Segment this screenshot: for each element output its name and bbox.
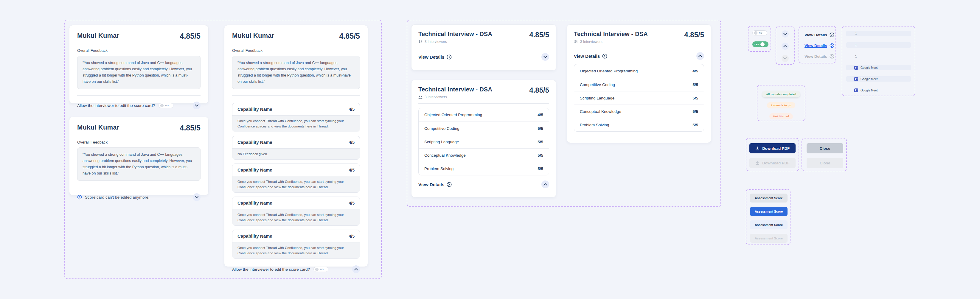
toggle-state-label: NO [759, 32, 762, 34]
overall-feedback-label: Overall Feedback [77, 140, 200, 145]
skill-row: Objected Oriented Programming4/5 [574, 64, 704, 78]
collapse-button[interactable] [352, 266, 360, 273]
chevron-down-icon [195, 196, 199, 198]
chevron-down-button-disabled [781, 55, 789, 62]
scorecard-toggle-collapsed: Mukul Kumar 4.85/5 Overall Feedback “You… [69, 25, 208, 103]
view-details-hover[interactable]: View Details [805, 43, 835, 48]
toggle-on[interactable]: YES [752, 41, 768, 47]
list-item[interactable]: 1 [846, 42, 911, 48]
capability-feedback: Once you connect Thread with Confluence,… [232, 115, 360, 132]
skill-row: Competitive Coding5/5 [574, 78, 704, 91]
capability-block: Capability Name 4/5 Once you connect Thr… [232, 197, 360, 226]
meet-label: Google Meet [861, 66, 878, 69]
allow-edit-label: Allow the interviewer to edit the score … [77, 103, 155, 108]
allow-edit-toggle[interactable]: NO [159, 103, 173, 108]
skill-name: Conceptual Knowledge [580, 109, 621, 114]
toggle-knob [754, 31, 757, 35]
expand-button[interactable] [193, 193, 200, 201]
list-item[interactable]: 1 [846, 31, 911, 37]
collapse-button[interactable] [696, 52, 704, 60]
skill-score: 4/5 [692, 69, 698, 73]
meet-list-item[interactable]: Google Meet [846, 87, 911, 93]
skill-name: Problem Solving [580, 123, 609, 127]
list-item-label: 1 [855, 43, 857, 47]
scorecard-locked-collapsed: Mukul Kumar 4.85/5 Overall Feedback “You… [69, 117, 208, 196]
meet-list-item[interactable]: Google Meet [846, 76, 911, 82]
view-details-link[interactable]: View Details [418, 182, 452, 187]
toggle-state-label: YES [754, 43, 759, 46]
view-details-label: View Details [574, 54, 600, 59]
overall-score: 4.85/5 [339, 32, 360, 40]
list-row-variants-box: 1 1 1 Google Meet Google Meet Google Mee… [842, 26, 915, 96]
view-details-label: View Details [418, 182, 444, 187]
close-button[interactable]: Close [807, 143, 843, 153]
download-pdf-button[interactable]: Download PDF [749, 143, 795, 153]
skill-score: 5/5 [538, 153, 543, 157]
status-badge-completed: All rounds completed [762, 91, 800, 97]
meet-list-item[interactable]: Google Meet [846, 65, 911, 70]
download-pdf-label: Download PDF [762, 161, 790, 165]
divider [418, 48, 549, 48]
view-details-variants-box: View Details View Details View Details [799, 26, 836, 64]
skill-row: Objected Oriented Programming4/5 [418, 108, 549, 121]
collapse-button[interactable] [541, 180, 549, 188]
assessment-button-variants-box: Assessment Score Assessment Score Assess… [746, 189, 791, 245]
skill-name: Competitive Coding [424, 126, 460, 131]
assessment-score-label: Assessment Score [755, 237, 783, 240]
toggle-state-label: NO [320, 268, 324, 271]
overall-feedback-text: “You showed a strong command of Java and… [77, 148, 200, 181]
meet-label: Google Meet [861, 78, 878, 81]
candidate-name: Mukul Kumar [77, 124, 119, 131]
interviewers-icon [574, 40, 578, 43]
assessment-score-button-selected[interactable]: Assessment Score [750, 220, 788, 229]
skill-score: 5/5 [538, 126, 543, 131]
arrow-circle-icon [447, 54, 452, 60]
chevron-down-icon [783, 57, 787, 60]
list-item[interactable]: 1 [846, 54, 911, 59]
interview-title: Technical Interview - DSA [574, 31, 648, 38]
toggle-knob [160, 104, 164, 107]
interview-card-expanded: Technical Interview - DSA 3 Interviewers… [411, 80, 556, 197]
view-details-label: View Details [418, 54, 444, 60]
meet-icon [854, 89, 858, 92]
skill-row: Scripting Language5/5 [418, 135, 549, 148]
download-icon [755, 146, 759, 150]
meet-label: Google Meet [861, 89, 878, 92]
view-details-link[interactable]: View Details [574, 54, 607, 59]
assessment-score-button[interactable]: Assessment Score [750, 194, 788, 202]
overall-feedback-text: “You showed a strong command of Java and… [77, 56, 200, 89]
expand-button[interactable] [541, 53, 549, 61]
capability-feedback: Once you connect Thread with Confluence,… [232, 176, 360, 192]
skills-table: Objected Oriented Programming4/5 Competi… [574, 64, 704, 132]
allow-edit-label: Allow the interviewer to edit the score … [232, 267, 310, 272]
divider [574, 48, 704, 48]
skill-score: 5/5 [692, 96, 698, 100]
skill-row: Scripting Language5/5 [574, 91, 704, 105]
skill-row: Problem Solving5/5 [574, 118, 704, 131]
capability-block: Capability Name 4/5 No Feedback given. [232, 136, 360, 160]
toggle-off[interactable]: NO [752, 30, 767, 35]
interviewers-count: 3 Interviewers [425, 40, 447, 44]
chevron-button-variants-box [776, 26, 795, 65]
view-details-label: View Details [805, 33, 827, 37]
capability-name: Capability Name [237, 200, 272, 205]
cant-edit-label: Score card can't be edited anymore. [85, 195, 149, 200]
view-details-label: View Details [805, 43, 827, 48]
capability-feedback: Once you connect Thread with Confluence,… [232, 209, 360, 226]
chevron-down-button[interactable] [781, 30, 789, 38]
chevron-down-icon [195, 104, 199, 107]
expand-button[interactable] [193, 102, 200, 109]
status-badge-not-started: Not Started [769, 113, 793, 119]
round-score: 4.85/5 [684, 31, 704, 39]
assessment-score-button-active[interactable]: Assessment Score [750, 207, 788, 216]
assessment-score-label: Assessment Score [755, 196, 783, 200]
view-details-default[interactable]: View Details [805, 32, 835, 37]
allow-edit-toggle[interactable]: NO [313, 267, 328, 272]
capability-name: Capability Name [237, 234, 272, 239]
overall-feedback-text: “You showed a strong command of Java and… [232, 56, 360, 89]
capability-score: 4/5 [349, 107, 355, 112]
view-details-link[interactable]: View Details [418, 54, 452, 60]
skill-name: Objected Oriented Programming [424, 113, 482, 117]
chevron-up-button[interactable] [781, 43, 789, 50]
skill-name: Objected Oriented Programming [580, 69, 638, 73]
